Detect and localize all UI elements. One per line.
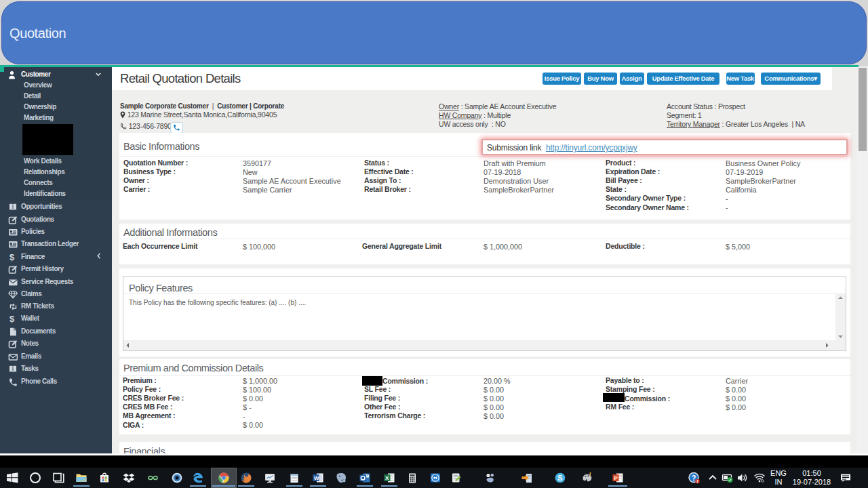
svg-text:S: S (557, 474, 562, 482)
svg-text:$: $ (9, 253, 15, 262)
svg-text:W: W (314, 475, 319, 481)
svg-text:X: X (385, 475, 389, 481)
svg-text:!: ! (696, 479, 698, 484)
svg-text:$: $ (9, 314, 15, 323)
svg-text:P: P (614, 475, 618, 481)
